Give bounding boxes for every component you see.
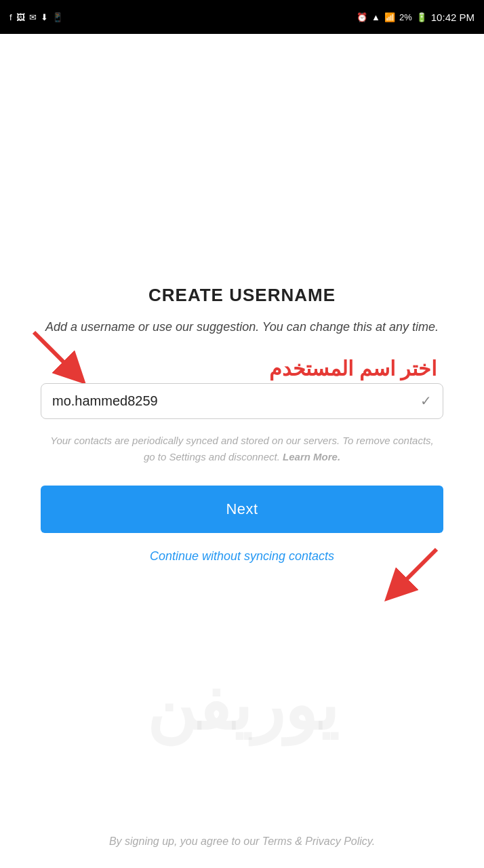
continue-without-syncing-link[interactable]: Continue without syncing contacts — [150, 549, 334, 564]
username-input-wrapper: اختر اسم المستخدم ✓ — [41, 357, 443, 419]
status-bar: f 🖼 ✉ ⬇ 📱 ⏰ ▲ 📶 2% 🔋 10:42 PM — [0, 0, 484, 34]
sync-notice: Your contacts are periodically synced an… — [41, 433, 443, 465]
page-subtitle: Add a username or use our suggestion. Yo… — [45, 318, 439, 336]
username-input-container[interactable]: ✓ — [41, 383, 443, 419]
form-section: CREATE USERNAME Add a username or use ou… — [41, 285, 443, 564]
download-icon: ⬇ — [41, 12, 48, 22]
battery-level: 2% — [399, 12, 412, 22]
image-icon: 🖼 — [16, 12, 25, 22]
arrow-pointer-2 — [382, 542, 443, 604]
status-right: ⏰ ▲ 📶 2% 🔋 10:42 PM — [357, 12, 475, 23]
alarm-icon: ⏰ — [357, 12, 367, 22]
wifi-icon: ▲ — [371, 12, 380, 22]
page-title: CREATE USERNAME — [148, 285, 336, 306]
bottom-text: By signing up, you agree to our Terms & … — [0, 835, 484, 848]
svg-line-3 — [396, 549, 437, 590]
phone-icon: 📱 — [52, 12, 63, 22]
next-button[interactable]: Next — [41, 486, 443, 533]
facebook-icon: f — [9, 12, 12, 22]
email-icon: ✉ — [29, 12, 37, 22]
watermark: يوريفن — [146, 667, 338, 746]
main-content: يوريفن CREATE USERNAME Add a username or… — [0, 34, 484, 868]
arabic-label: اختر اسم المستخدم — [41, 357, 443, 380]
status-time: 10:42 PM — [431, 12, 475, 23]
notification-icons: f 🖼 ✉ ⬇ 📱 — [9, 12, 63, 22]
username-input[interactable] — [52, 393, 409, 409]
learn-more-link[interactable]: Learn More. — [283, 451, 340, 462]
checkmark-icon: ✓ — [420, 393, 432, 409]
signal-icon: 📶 — [384, 12, 395, 22]
battery-icon: 🔋 — [416, 12, 427, 22]
